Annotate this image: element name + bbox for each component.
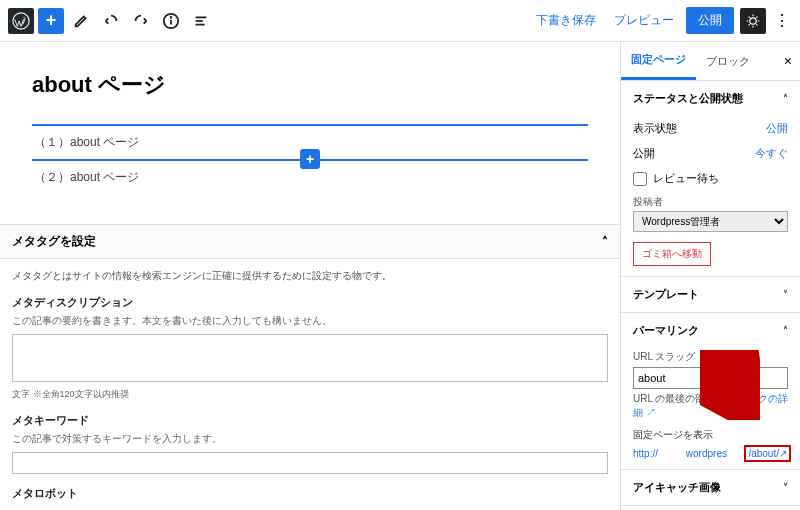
block-inserter-button[interactable]: + — [300, 149, 320, 169]
view-page-label: 固定ページを表示 — [633, 428, 788, 442]
author-label: 投稿者 — [633, 195, 788, 209]
url-slug-label: URL スラッグ — [633, 350, 788, 364]
more-options-button[interactable] — [772, 8, 792, 34]
redo-icon[interactable] — [128, 8, 154, 34]
chevron-up-icon[interactable]: ˄ — [602, 235, 608, 249]
close-sidebar-button[interactable]: × — [776, 53, 800, 69]
outline-icon[interactable] — [188, 8, 214, 34]
top-toolbar: + 下書き保存 プレビュー 公開 — [0, 0, 800, 42]
meta-description-note: 文字 ※全角120文字以内推奨 — [12, 388, 608, 401]
featured-image-panel-header[interactable]: アイキャッチ画像 ˅ — [621, 470, 800, 505]
tab-page[interactable]: 固定ページ — [621, 42, 696, 80]
add-block-button[interactable]: + — [38, 8, 64, 34]
move-to-trash-button[interactable]: ゴミ箱へ移動 — [633, 242, 711, 266]
info-icon[interactable] — [158, 8, 184, 34]
undo-icon[interactable] — [98, 8, 124, 34]
url-slug-highlight[interactable]: /about/ — [748, 448, 779, 459]
publish-date-value[interactable]: 今すぐ — [755, 146, 788, 161]
url-protocol[interactable]: http:// — [633, 448, 658, 459]
permalink-url-display: http:// wordpres/about/↗ — [633, 448, 788, 459]
status-panel-header[interactable]: ステータスと公開状態 ˄ — [621, 81, 800, 116]
meta-keywords-input[interactable] — [12, 452, 608, 474]
tab-block[interactable]: ブロック — [696, 44, 760, 79]
publish-date-label: 公開 — [633, 146, 655, 161]
external-link-icon: ↗ — [779, 448, 787, 459]
meta-tags-metabox: メタタグを設定 ˄ メタタグとはサイトの情報を検索エンジンに正確に提供するために… — [0, 224, 620, 510]
visibility-value[interactable]: 公開 — [766, 121, 788, 136]
pending-review-checkbox[interactable] — [633, 172, 647, 186]
metabox-title: メタタグを設定 — [12, 233, 96, 250]
featured-image-panel-title: アイキャッチ画像 — [633, 480, 721, 495]
sidebar-tabs: 固定ページ ブロック × — [621, 42, 800, 81]
chevron-up-icon: ˄ — [783, 93, 788, 104]
block-boundary-top — [32, 124, 588, 126]
pending-review-label: レビュー待ち — [653, 171, 719, 186]
edit-icon[interactable] — [68, 8, 94, 34]
page-title[interactable]: about ページ — [32, 70, 588, 100]
block-divider: + — [32, 159, 588, 161]
chevron-down-icon: ˅ — [783, 289, 788, 300]
svg-point-3 — [171, 16, 172, 17]
meta-robots-label: メタロボット — [12, 486, 608, 501]
url-slug-input[interactable] — [633, 367, 788, 389]
template-panel-title: テンプレート — [633, 287, 699, 302]
template-panel-header[interactable]: テンプレート ˅ — [621, 277, 800, 312]
visibility-label: 表示状態 — [633, 121, 677, 136]
meta-keywords-label: メタキーワード — [12, 413, 608, 428]
meta-description-label: メタディスクリプション — [12, 295, 608, 310]
meta-description-help: この記事の要約を書きます。本文を書いた後に入力しても構いません。 — [12, 314, 608, 328]
metabox-description: メタタグとはサイトの情報を検索エンジンに正確に提供するために設定する物です。 — [12, 269, 608, 283]
wordpress-logo[interactable] — [8, 8, 34, 34]
editor-area: about ページ （１）about ページ + （２）about ページ メタ… — [0, 42, 620, 510]
permalink-panel-header[interactable]: パーマリンク ˄ — [621, 313, 800, 348]
url-slug-help: URL の最後の部分。 — [633, 393, 725, 404]
settings-button[interactable] — [740, 8, 766, 34]
save-draft-button[interactable]: 下書き保存 — [530, 8, 602, 33]
chevron-down-icon: ˅ — [783, 482, 788, 493]
meta-keywords-help: この記事で対策するキーワードを入力します。 — [12, 432, 608, 446]
url-host[interactable]: wordpres — [686, 448, 727, 459]
publish-button[interactable]: 公開 — [686, 7, 734, 34]
status-panel-title: ステータスと公開状態 — [633, 91, 743, 106]
discussion-panel-header[interactable]: ディスカッション ˅ — [621, 506, 800, 510]
permalink-panel-title: パーマリンク — [633, 323, 699, 338]
external-link-icon: ↗ — [646, 407, 656, 418]
author-select[interactable]: Wordpress管理者 — [633, 211, 788, 232]
meta-description-textarea[interactable] — [12, 334, 608, 382]
preview-button[interactable]: プレビュー — [608, 8, 680, 33]
chevron-up-icon: ˄ — [783, 325, 788, 336]
settings-sidebar: 固定ページ ブロック × ステータスと公開状態 ˄ 表示状態 公開 公開 今すぐ — [620, 42, 800, 510]
